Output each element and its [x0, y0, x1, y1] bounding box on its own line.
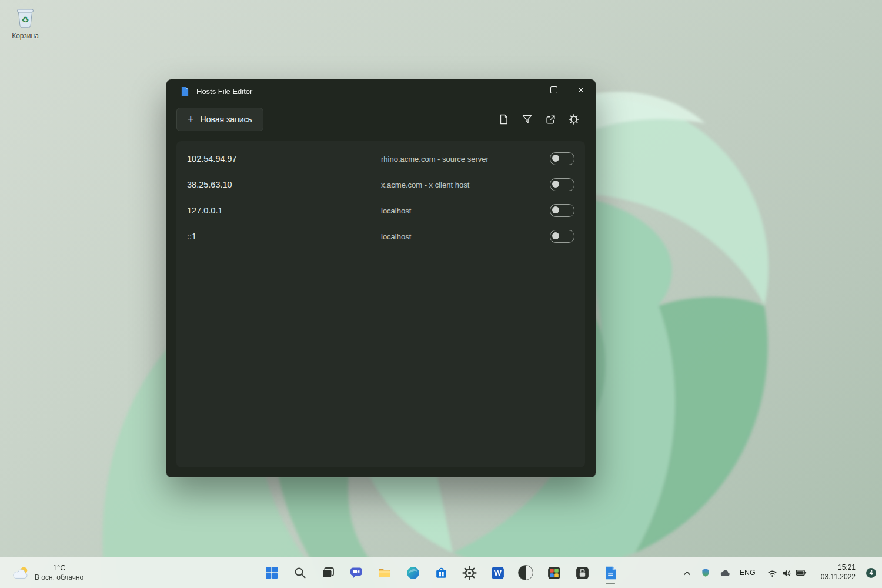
- host-entry-row[interactable]: ::1 localhost: [176, 223, 585, 249]
- entry-toggle[interactable]: [550, 230, 574, 243]
- entry-comment: localhost: [381, 206, 550, 215]
- toolbar-icons: [494, 110, 583, 129]
- word-letter: W: [494, 569, 502, 577]
- entry-ip: 127.0.0.1: [187, 206, 381, 215]
- window-title: Hosts File Editor: [196, 87, 252, 96]
- open-external-icon: [546, 115, 556, 125]
- weather-cloud-icon: [11, 565, 29, 580]
- photos-icon: [547, 566, 562, 580]
- entry-comment: rhino.acme.com - source server: [381, 155, 550, 163]
- settings-gear-icon: [569, 114, 579, 125]
- entry-ip: ::1: [187, 232, 381, 241]
- toolbar: + Новая запись: [176, 108, 583, 131]
- microsoft-store-icon: [434, 566, 449, 580]
- language-indicator[interactable]: ENG: [739, 569, 757, 577]
- taskbar-pinned-apps: W: [260, 557, 622, 588]
- host-entry-row[interactable]: 127.0.0.1 localhost: [176, 198, 585, 223]
- onedrive-tray-button[interactable]: [719, 567, 731, 578]
- recycle-bin-icon: ♻: [14, 5, 37, 28]
- window-titlebar[interactable]: Hosts File Editor — ✕: [166, 79, 596, 103]
- weather-temperature: 1°C: [35, 563, 83, 573]
- maximize-button[interactable]: [540, 79, 567, 101]
- hidden-icons-chevron[interactable]: [681, 568, 693, 578]
- toggle-knob: [552, 232, 559, 239]
- wifi-icon: [767, 569, 777, 577]
- entry-toggle[interactable]: [550, 152, 574, 165]
- toggle-knob: [552, 181, 559, 188]
- word-icon: W: [490, 566, 505, 580]
- entry-toggle[interactable]: [550, 178, 574, 191]
- desktop: ♻ Корзина Hosts File Editor — ✕ + Новая …: [0, 0, 882, 588]
- lock-icon: [575, 566, 590, 580]
- hosts-file-editor-window: Hosts File Editor — ✕ + Новая запись: [166, 79, 596, 477]
- entry-ip: 38.25.63.10: [187, 180, 381, 189]
- recycle-bin-shortcut[interactable]: ♻ Корзина: [8, 5, 42, 40]
- entry-comment: x.acme.com - x client host: [381, 181, 550, 189]
- filter-button[interactable]: [517, 110, 536, 129]
- task-view-icon: [321, 566, 335, 580]
- taskbar: 1°C В осн. облачно: [0, 557, 882, 588]
- clock-date[interactable]: 15:21 03.11.2022: [817, 563, 859, 582]
- security-shield-icon: [701, 568, 710, 577]
- word-button[interactable]: W: [486, 560, 509, 586]
- close-button[interactable]: ✕: [567, 79, 594, 101]
- settings-gear-icon: [462, 566, 477, 580]
- volume-icon: [781, 569, 791, 577]
- file-explorer-button[interactable]: [373, 560, 396, 586]
- plus-icon: +: [188, 114, 194, 125]
- host-entry-row[interactable]: 38.25.63.10 x.acme.com - x client host: [176, 172, 585, 198]
- window-controls: — ✕: [513, 79, 594, 101]
- hosts-file-editor-taskbar-button[interactable]: [599, 560, 622, 586]
- maximize-icon: [550, 86, 557, 93]
- security-tray-button[interactable]: [700, 567, 711, 579]
- search-icon: [293, 566, 307, 580]
- system-tray-group[interactable]: [764, 568, 810, 578]
- settings-button[interactable]: [564, 110, 583, 129]
- chevron-up-icon: [683, 569, 691, 577]
- toggle-knob: [552, 155, 559, 162]
- start-button[interactable]: [260, 560, 283, 586]
- new-file-icon: [499, 114, 509, 125]
- edge-button[interactable]: [401, 560, 425, 586]
- hosts-list: 102.54.94.97 rhino.acme.com - source ser…: [176, 141, 585, 467]
- app-document-icon: [181, 86, 189, 96]
- chat-icon: [349, 566, 364, 580]
- windows-start-icon: [265, 566, 279, 580]
- file-explorer-icon: [377, 566, 392, 580]
- toggle-knob: [552, 206, 559, 213]
- clock-time: 15:21: [838, 563, 856, 573]
- svg-text:♻: ♻: [21, 15, 29, 25]
- open-external-button[interactable]: [541, 110, 560, 129]
- contrast-app-button[interactable]: [514, 560, 537, 586]
- notification-count-badge[interactable]: 4: [866, 568, 876, 578]
- new-file-button[interactable]: [494, 110, 513, 129]
- minimize-button[interactable]: —: [513, 79, 540, 101]
- host-entry-row[interactable]: 102.54.94.97 rhino.acme.com - source ser…: [176, 146, 585, 172]
- task-view-button[interactable]: [316, 560, 340, 586]
- clock-date-text: 03.11.2022: [821, 573, 856, 582]
- cloud-icon: [720, 569, 730, 577]
- new-entry-label: Новая запись: [201, 115, 252, 124]
- lock-app-button[interactable]: [570, 560, 594, 586]
- battery-icon: [796, 569, 807, 577]
- entry-comment: localhost: [381, 232, 550, 241]
- contrast-icon: [518, 565, 533, 580]
- entry-toggle[interactable]: [550, 204, 574, 217]
- store-button[interactable]: [429, 560, 453, 586]
- settings-app-button[interactable]: [457, 560, 481, 586]
- search-button[interactable]: [288, 560, 312, 586]
- weather-widget[interactable]: 1°C В осн. облачно: [6, 557, 88, 588]
- photos-app-button[interactable]: [542, 560, 566, 586]
- recycle-bin-label: Корзина: [8, 32, 42, 40]
- edge-browser-icon: [406, 566, 420, 580]
- chat-button[interactable]: [345, 560, 368, 586]
- hosts-file-editor-icon: [604, 566, 617, 580]
- weather-condition: В осн. облачно: [35, 573, 83, 582]
- taskbar-tray: ENG 15:21 03.11.2022: [681, 557, 876, 588]
- entry-ip: 102.54.94.97: [187, 154, 381, 163]
- filter-icon: [522, 115, 532, 124]
- new-entry-button[interactable]: + Новая запись: [176, 108, 263, 131]
